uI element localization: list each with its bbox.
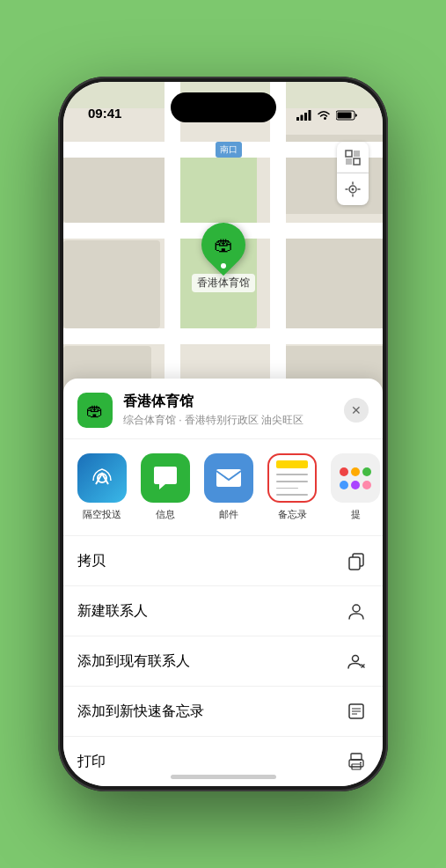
map-block bbox=[283, 232, 383, 328]
close-button[interactable]: ✕ bbox=[344, 398, 369, 423]
stadium-marker: 🏟 香港体育馆 bbox=[192, 223, 255, 292]
svg-rect-2 bbox=[304, 113, 307, 121]
map-view-button[interactable] bbox=[337, 142, 369, 173]
new-contact-label: 新建联系人 bbox=[77, 602, 148, 621]
bottom-sheet: 🏟 香港体育馆 综合体育馆 · 香港特别行政区 油尖旺区 ✕ bbox=[63, 379, 383, 786]
share-mail[interactable]: 邮件 bbox=[201, 453, 257, 521]
svg-rect-22 bbox=[351, 754, 362, 760]
svg-rect-5 bbox=[338, 113, 352, 119]
map-block bbox=[63, 152, 169, 223]
status-time: 09:41 bbox=[88, 106, 121, 122]
phone-frame: 09:41 bbox=[58, 77, 388, 791]
svg-rect-8 bbox=[346, 158, 352, 165]
svg-point-25 bbox=[360, 762, 362, 764]
messages-icon bbox=[141, 453, 190, 503]
share-row: 隔空投送 信息 bbox=[63, 439, 383, 536]
stadium-icon: 🏟 bbox=[214, 233, 233, 256]
airdrop-icon bbox=[77, 453, 127, 503]
marker-dot bbox=[221, 263, 226, 268]
copy-icon bbox=[344, 548, 369, 573]
copy-label: 拷贝 bbox=[77, 552, 106, 570]
add-existing-label: 添加到现有联系人 bbox=[77, 652, 190, 671]
home-indicator bbox=[171, 775, 276, 779]
print-icon bbox=[344, 749, 369, 774]
location-name: 香港体育馆 bbox=[123, 393, 333, 411]
more-icon bbox=[331, 453, 380, 503]
messages-label: 信息 bbox=[156, 508, 175, 521]
print-label: 打印 bbox=[77, 753, 106, 771]
svg-rect-7 bbox=[354, 151, 360, 157]
share-airdrop[interactable]: 隔空投送 bbox=[74, 453, 130, 521]
location-button[interactable] bbox=[337, 173, 369, 205]
action-new-contact[interactable]: 新建联系人 bbox=[63, 586, 383, 636]
dynamic-island bbox=[171, 92, 276, 122]
map-controls bbox=[337, 142, 369, 205]
map-north-exit-label: 南口 bbox=[216, 142, 242, 158]
location-info: 香港体育馆 综合体育馆 · 香港特别行政区 油尖旺区 bbox=[123, 393, 333, 428]
location-header: 🏟 香港体育馆 综合体育馆 · 香港特别行政区 油尖旺区 ✕ bbox=[63, 379, 383, 439]
share-notes[interactable]: 备忘录 bbox=[264, 453, 320, 521]
svg-rect-9 bbox=[354, 158, 360, 165]
mail-label: 邮件 bbox=[219, 508, 238, 521]
map-block bbox=[63, 240, 160, 328]
status-icons bbox=[296, 110, 358, 122]
action-list: 拷贝 新建联系人 添加到现有联系人 bbox=[63, 536, 383, 786]
notes-label: 备忘录 bbox=[278, 508, 307, 521]
svg-point-17 bbox=[353, 656, 359, 662]
location-subtitle: 综合体育馆 · 香港特别行政区 油尖旺区 bbox=[123, 413, 333, 428]
more-label: 提 bbox=[351, 508, 361, 521]
add-existing-icon bbox=[344, 649, 369, 673]
marker-label: 香港体育馆 bbox=[192, 274, 255, 292]
svg-point-11 bbox=[352, 188, 355, 191]
wifi-icon bbox=[317, 110, 331, 121]
location-icon: 🏟 bbox=[77, 393, 113, 428]
notes-icon bbox=[267, 453, 317, 503]
svg-point-16 bbox=[353, 605, 360, 612]
svg-rect-0 bbox=[296, 117, 299, 121]
battery-icon bbox=[336, 110, 358, 121]
action-quick-note[interactable]: 添加到新快速备忘录 bbox=[63, 687, 383, 737]
quick-note-label: 添加到新快速备忘录 bbox=[77, 702, 204, 721]
share-more[interactable]: 提 bbox=[327, 453, 383, 521]
new-contact-icon bbox=[344, 599, 369, 623]
svg-rect-3 bbox=[309, 110, 311, 121]
mail-icon bbox=[204, 453, 253, 503]
action-add-existing[interactable]: 添加到现有联系人 bbox=[63, 636, 383, 687]
action-copy[interactable]: 拷贝 bbox=[63, 536, 383, 586]
airdrop-label: 隔空投送 bbox=[83, 508, 121, 521]
svg-rect-6 bbox=[346, 151, 352, 157]
map-road-h bbox=[63, 328, 383, 344]
svg-rect-13 bbox=[216, 469, 241, 487]
svg-rect-15 bbox=[349, 557, 360, 570]
quick-note-icon bbox=[344, 699, 369, 724]
svg-rect-1 bbox=[301, 115, 303, 121]
signal-icon bbox=[296, 110, 311, 121]
share-messages[interactable]: 信息 bbox=[137, 453, 194, 521]
phone-screen: 09:41 bbox=[63, 82, 383, 786]
